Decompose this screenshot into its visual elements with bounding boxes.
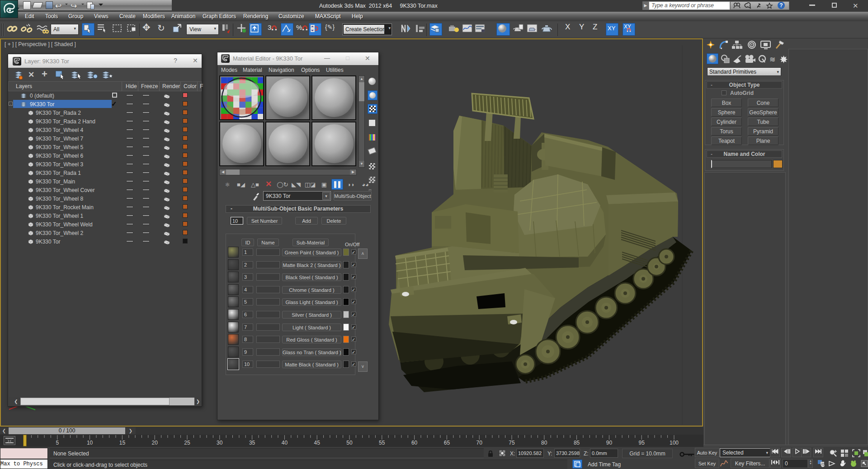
svg-text:30: 30 xyxy=(217,440,223,446)
svg-text:15: 15 xyxy=(119,440,126,446)
svg-text:35: 35 xyxy=(249,440,255,446)
svg-text:65: 65 xyxy=(444,440,450,446)
svg-text:40: 40 xyxy=(282,440,288,446)
svg-text:70: 70 xyxy=(476,440,483,446)
svg-text:25: 25 xyxy=(184,440,190,446)
svg-text:90: 90 xyxy=(606,440,613,446)
svg-text:20: 20 xyxy=(152,440,158,446)
svg-text:60: 60 xyxy=(411,440,418,446)
svg-text:55: 55 xyxy=(379,440,385,446)
svg-text:75: 75 xyxy=(509,440,515,446)
svg-text:95: 95 xyxy=(639,440,645,446)
svg-text:5: 5 xyxy=(56,440,59,446)
svg-text:85: 85 xyxy=(574,440,580,446)
svg-text:50: 50 xyxy=(346,440,353,446)
svg-text:100: 100 xyxy=(670,440,679,446)
svg-text:10: 10 xyxy=(87,440,93,446)
svg-text:45: 45 xyxy=(314,440,321,446)
svg-text:80: 80 xyxy=(541,440,547,446)
